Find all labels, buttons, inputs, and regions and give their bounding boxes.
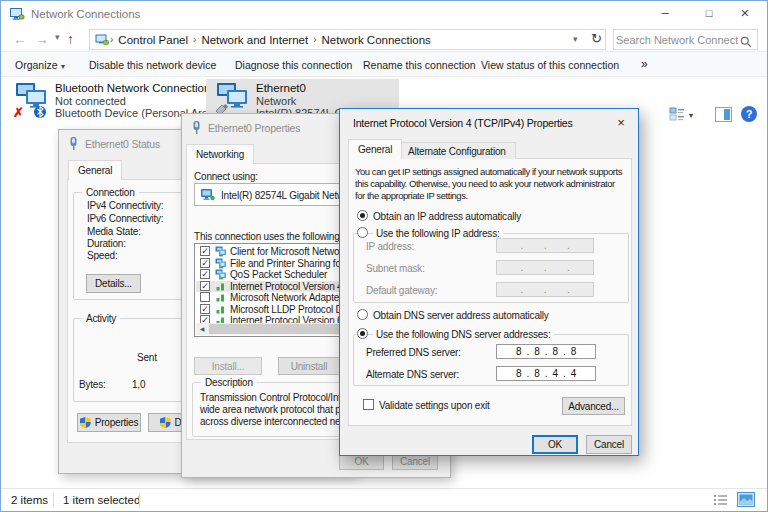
intro-line: You can get IP settings assigned automat… [355,166,622,177]
breadcrumb-network-connections[interactable]: Network Connections [317,34,434,46]
status-dialog-icon [67,136,80,153]
close-button[interactable]: × [723,1,767,27]
tab-networking[interactable]: Networking [186,144,254,164]
protocol-icon [215,304,227,315]
intro-line: this capability. Otherwise, you need to … [355,178,615,189]
sent-label: Sent [137,352,157,363]
tab-general[interactable]: General [68,160,122,180]
intro-line: for the appropriate IP settings. [355,190,468,201]
properties-dialog-icon [190,120,203,137]
disable-device-command[interactable]: Disable this network device [89,59,216,71]
breadcrumb-control-panel[interactable]: Control Panel [114,34,192,46]
title-bar[interactable]: Network Connections – □ × [1,1,767,27]
breadcrumb-network-and-internet[interactable]: Network and Internet [197,34,312,46]
use-ip-radio[interactable] [357,227,368,238]
selection-count: 1 item selected [63,494,140,506]
list-item-bluetooth[interactable]: ✗ Bluetooth Network Connection Not conne… [7,79,201,121]
search-box[interactable] [613,29,758,50]
connection-status: Network [256,95,296,107]
close-icon[interactable]: × [612,116,630,130]
details-button[interactable]: Details... [86,274,141,293]
toolbar-overflow-icon[interactable]: » [641,57,648,71]
dialog-title-bar[interactable]: Internet Protocol Version 4 (TCP/IPv4) P… [340,109,638,137]
tab-general[interactable]: General [348,139,402,159]
minimize-button[interactable]: – [643,1,687,27]
checkbox[interactable] [200,281,210,291]
ip-address-field: . . . [496,238,594,253]
protocol-icon [215,281,227,292]
checkbox[interactable] [200,304,210,314]
organize-chevron-icon: ▾ [61,62,65,71]
properties-button-label: Properties [95,417,139,428]
obtain-dns-label: Obtain DNS server address automatically [373,310,549,321]
preferred-dns-field[interactable]: 8 . 8 . 8 . 8 [496,344,596,359]
validate-settings-checkbox[interactable] [363,399,374,410]
rename-connection-command[interactable]: Rename this connection [363,59,476,71]
protocol-label: QoS Packet Scheduler [230,269,327,280]
duration-label: Duration: [87,238,126,249]
diagnose-connection-command[interactable]: Diagnose this connection [235,59,352,71]
window-title: Network Connections [31,8,140,20]
back-icon: ← [13,31,27,47]
change-view-icon[interactable] [669,107,685,126]
connection-status: Not connected [55,95,126,107]
service-icon [215,246,227,257]
details-view-icon[interactable] [713,493,728,509]
checkbox[interactable] [200,292,210,302]
checkbox[interactable] [200,246,210,256]
ipv6-connectivity-label: IPv6 Connectivity: [87,213,163,224]
protocol-label: Client for Microsoft Networks [230,246,352,257]
media-state-label: Media State: [87,226,141,237]
bluetooth-adapter-icon: ✗ [13,81,51,123]
speed-label: Speed: [87,250,118,261]
view-status-command[interactable]: View status of this connection [481,59,619,71]
ipv4-properties-dialog: Internet Protocol Version 4 (TCP/IPv4) P… [339,108,639,456]
dialog-title: Ethernet0 Status [85,138,160,150]
use-dns-label: Use the following DNS server addresses: [373,329,554,340]
search-icon[interactable] [740,34,752,52]
protocol-icon [215,292,227,303]
service-icon [215,258,227,269]
search-input[interactable] [616,32,738,49]
ok-button[interactable]: OK [532,435,578,454]
forward-icon: → [35,31,49,47]
nav-history-chevron-icon[interactable]: ▾ [55,29,60,45]
network-connections-window: Network Connections – □ × ← → ▾ ↑ › Cont… [0,0,768,512]
view-chevron-icon[interactable]: ▾ [689,111,693,120]
bytes-label: Bytes: [79,379,106,390]
use-ip-label: Use the following IP address: [373,228,503,239]
help-icon[interactable]: ? [741,106,757,122]
bytes-value: 1,0 [132,379,145,390]
refresh-icon[interactable]: ↻ [591,31,602,46]
default-gateway-label: Default gateway: [366,285,437,296]
large-icons-view-icon[interactable] [737,492,755,509]
item-count: 2 items [11,494,48,506]
uac-shield-icon [160,417,171,428]
preview-pane-icon[interactable] [715,107,732,126]
app-icon [9,6,25,26]
scroll-left-icon[interactable]: ◀ [196,323,208,335]
obtain-dns-radio[interactable] [357,309,368,320]
address-dropdown-icon[interactable]: ▾ [573,34,578,44]
organize-button[interactable]: Organize [15,59,58,71]
description-line: wide area network protocol that provid [200,404,361,415]
use-dns-radio[interactable] [357,328,368,339]
up-icon[interactable]: ↑ [67,31,74,47]
tab-alternate-configuration[interactable]: Alternate Configuration [398,142,516,159]
group-label: Connection [82,187,139,198]
svg-text:✗: ✗ [13,105,24,119]
properties-button[interactable]: Properties [77,413,141,432]
service-icon [215,269,227,280]
dialog-title: Ethernet0 Properties [208,122,300,134]
alternate-dns-label: Alternate DNS server: [366,369,459,380]
uninstall-button[interactable]: Uninstall [278,357,340,375]
alternate-dns-field[interactable]: 8 . 8 . 4 . 4 [496,366,596,381]
install-button: Install... [194,357,262,375]
cancel-button[interactable]: Cancel [586,435,632,454]
checkbox[interactable] [200,269,210,279]
default-gateway-field: . . . [496,282,594,297]
advanced-button[interactable]: Advanced... [562,397,625,415]
checkbox[interactable] [200,258,210,268]
obtain-ip-radio[interactable] [357,210,368,221]
ipv4-connectivity-label: IPv4 Connectivity: [87,200,163,211]
